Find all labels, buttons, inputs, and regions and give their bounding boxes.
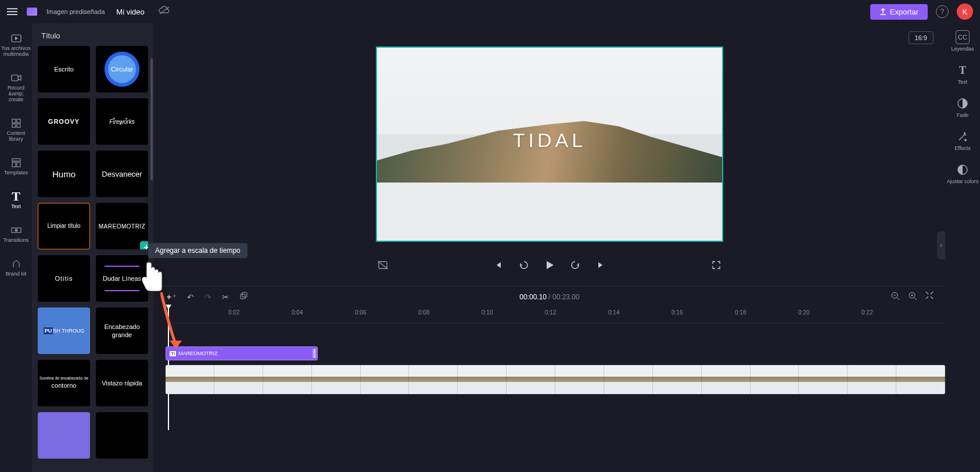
templates-icon <box>12 157 21 169</box>
video-frame-thumb <box>214 365 263 394</box>
svg-rect-10 <box>17 162 20 167</box>
video-frame-thumb <box>604 365 653 394</box>
sidebar-item-templates[interactable]: Templates <box>0 155 32 178</box>
svg-rect-8 <box>12 159 20 161</box>
video-frame-thumb <box>166 365 214 394</box>
hamburger-menu[interactable] <box>7 8 17 15</box>
video-frame-thumb <box>702 365 751 394</box>
redo-icon[interactable]: ↷ <box>204 292 211 302</box>
title-thumb-sombra[interactable]: Sombra de encabezado decontorno <box>38 360 90 406</box>
sidebar-item-transitions[interactable]: Transitions <box>0 222 32 245</box>
video-frame-thumb <box>507 365 555 394</box>
title-thumb-fireworks[interactable]: Fireworks <box>96 98 148 145</box>
right-item-captions[interactable]: CCLeyendas <box>951 30 974 52</box>
aspect-ratio-button[interactable]: 16:9 <box>909 31 934 44</box>
duplicate-icon[interactable] <box>239 292 247 302</box>
scrollbar[interactable] <box>150 58 153 180</box>
cursor-hand-annotation <box>138 260 167 297</box>
zoom-out-icon[interactable] <box>891 291 900 302</box>
svg-rect-17 <box>242 292 247 297</box>
skip-end-icon[interactable] <box>594 258 608 272</box>
right-item-effects[interactable]: Effects <box>954 130 970 151</box>
brandkit-icon <box>12 258 21 270</box>
preview-title-overlay[interactable]: TIDAL <box>513 129 586 152</box>
cloud-offline-icon <box>159 6 170 17</box>
adjust-colors-icon <box>956 163 970 177</box>
breadcrumb-clipart[interactable]: Imagen prediseñada <box>46 8 105 15</box>
fullscreen-icon[interactable] <box>709 258 723 272</box>
library-icon <box>12 117 21 129</box>
add-to-timeline-button[interactable]: + <box>140 241 148 249</box>
cut-icon[interactable]: ✂ <box>222 292 229 302</box>
sidebar-item-text[interactable]: TText <box>0 188 32 212</box>
rewind-icon[interactable] <box>517 258 531 272</box>
forward-icon[interactable] <box>568 258 582 272</box>
timeline-ruler[interactable]: 0:02 0:04 0:06 0:08 0:10 0:12 0:14 0:16 … <box>166 307 945 323</box>
svg-marker-15 <box>547 261 554 269</box>
title-thumb-extra2[interactable] <box>96 412 148 459</box>
captions-icon: CC <box>956 30 970 44</box>
video-preview[interactable]: TIDAL <box>376 47 723 242</box>
timeline-video-track[interactable] <box>166 365 945 394</box>
text-icon: T <box>12 191 20 202</box>
video-frame-thumb <box>312 365 361 394</box>
avatar[interactable]: K <box>957 3 973 20</box>
crop-icon[interactable] <box>376 258 390 272</box>
text-titles-panel: Título Escrito Circular GROOVY Fireworks… <box>32 23 154 472</box>
right-item-fade[interactable]: Fade <box>956 96 970 118</box>
help-icon[interactable]: ? <box>936 5 949 18</box>
right-item-text[interactable]: TText <box>956 63 970 85</box>
svg-rect-3 <box>12 75 18 81</box>
zoom-in-icon[interactable] <box>908 291 917 302</box>
title-thumb-encabezado[interactable]: Encabezado grande <box>96 307 148 354</box>
svg-marker-27 <box>170 341 182 349</box>
svg-rect-9 <box>12 162 16 167</box>
camera-icon <box>11 72 21 84</box>
title-thumb-push[interactable]: PUSH THROUG <box>38 307 90 354</box>
transitions-icon <box>11 224 21 236</box>
title-thumb-extra1[interactable] <box>38 412 90 459</box>
video-frame-thumb <box>751 365 799 394</box>
title-thumb-circular[interactable]: Circular <box>96 46 148 92</box>
text-icon: T <box>956 63 970 77</box>
right-item-adjust-colors[interactable]: Ajustar colors <box>947 163 979 184</box>
svg-line-24 <box>914 298 917 300</box>
timeline: ✦⁺ ↶ ↷ ✂ 00:00.10 / 00:23.00 0:02 0:04 0… <box>154 286 945 472</box>
title-thumb-mareomotriz[interactable]: MAREOMOTRIZ + <box>96 203 148 249</box>
title-thumb-otitis[interactable]: Otitis <box>38 255 90 302</box>
arrow-annotation <box>156 291 191 363</box>
app-logo-icon <box>27 8 37 16</box>
video-frame-thumb <box>848 365 896 394</box>
title-thumb-vistazo[interactable]: Vistazo rápida <box>96 360 148 406</box>
svg-rect-7 <box>17 124 20 127</box>
media-icon <box>11 33 21 44</box>
skip-start-icon[interactable] <box>491 258 505 272</box>
player-controls <box>376 258 723 272</box>
export-button-label: Exportar <box>890 8 918 16</box>
play-button[interactable] <box>543 258 557 272</box>
effects-icon <box>956 130 970 144</box>
fit-icon[interactable] <box>925 291 934 302</box>
export-button[interactable]: Exportar <box>870 4 928 20</box>
svg-marker-2 <box>15 37 18 40</box>
title-thumb-groovy[interactable]: GROOVY <box>38 98 90 145</box>
video-frame-thumb <box>458 365 507 394</box>
title-thumb-humo[interactable]: Humo <box>38 151 90 197</box>
add-tooltip: Agregar a escala de tiempo <box>148 243 247 258</box>
title-thumb-escrito[interactable]: Escrito <box>38 46 90 92</box>
video-frame-thumb <box>263 365 312 394</box>
sidebar-item-media[interactable]: Tus archivos multimedia <box>0 30 32 59</box>
video-frame-thumb <box>799 365 848 394</box>
breadcrumb-project-title[interactable]: Mi video <box>116 8 144 16</box>
collapse-right-rail-icon[interactable]: ‹ <box>937 231 945 259</box>
clip-resize-handle[interactable] <box>313 349 316 358</box>
sidebar-item-record[interactable]: Record &amp; create <box>0 70 32 105</box>
title-thumb-limpiar[interactable]: Limpiar título <box>38 203 90 249</box>
sidebar-item-brandkit[interactable]: Brand kit <box>0 256 32 279</box>
video-frame-thumb <box>653 365 702 394</box>
sidebar-item-content[interactable]: Content library <box>0 115 32 144</box>
title-thumb-desvanecer[interactable]: Desvanecer <box>96 151 148 197</box>
video-frame-thumb <box>555 365 604 394</box>
right-rail: ‹ CCLeyendas TText Fade Effects Ajustar … <box>945 23 980 472</box>
video-frame-thumb <box>896 365 945 394</box>
